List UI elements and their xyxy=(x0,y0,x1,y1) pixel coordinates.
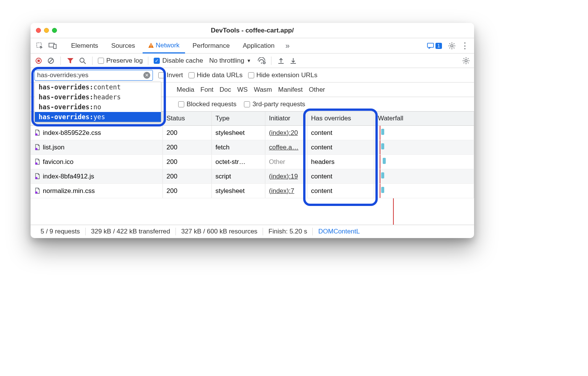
cell-initiator[interactable]: (index):7 xyxy=(265,184,307,198)
cell-waterfall xyxy=(374,126,474,140)
filter-input[interactable] xyxy=(37,71,143,79)
download-har-icon[interactable] xyxy=(289,57,297,65)
search-icon[interactable] xyxy=(78,57,87,65)
tab-label: Sources xyxy=(111,42,135,50)
file-override-icon xyxy=(34,159,41,165)
settings-icon[interactable] xyxy=(447,41,457,51)
status-finish: Finish: 5.20 s xyxy=(263,228,313,235)
autocomplete-option[interactable]: has-overrides:headers xyxy=(35,92,161,102)
cell-type: fetch xyxy=(211,140,265,155)
column-header-waterfall[interactable]: Waterfall xyxy=(374,112,474,126)
cell-initiator[interactable]: (index):20 xyxy=(265,126,307,140)
more-tabs-icon[interactable]: » xyxy=(282,41,293,51)
checkbox-icon xyxy=(98,58,104,64)
kebab-menu-icon[interactable]: ⋮ xyxy=(460,41,470,51)
hide-data-urls-checkbox[interactable]: Hide data URLs xyxy=(188,71,243,79)
console-issues-badge[interactable]: 1 xyxy=(425,43,444,49)
cell-status: 200 xyxy=(162,184,211,198)
tab-label: Elements xyxy=(71,42,98,50)
cell-name: normalize.min.css xyxy=(31,184,162,198)
hide-extension-urls-checkbox[interactable]: Hide extension URLs xyxy=(248,71,318,79)
throttling-select[interactable]: No throttling ▼ xyxy=(207,57,253,65)
filter-toggle-icon[interactable] xyxy=(66,57,75,65)
tab-label: Performance xyxy=(193,42,230,50)
checkbox-icon xyxy=(158,72,164,78)
table-row[interactable]: normalize.min.css200stylesheet(index):7c… xyxy=(31,184,474,198)
tab-performance[interactable]: Performance xyxy=(187,38,235,53)
type-chip[interactable]: Other xyxy=(309,86,325,94)
tab-network[interactable]: Network xyxy=(143,39,185,53)
svg-point-19 xyxy=(35,148,37,150)
clear-filter-icon[interactable]: ✕ xyxy=(143,72,150,79)
upload-har-icon[interactable] xyxy=(277,57,285,65)
cell-has-overrides: headers xyxy=(307,155,374,169)
inspect-element-icon[interactable] xyxy=(34,41,45,51)
preserve-log-checkbox[interactable]: Preserve log xyxy=(98,57,143,65)
network-settings-icon[interactable] xyxy=(462,57,470,65)
clear-button[interactable] xyxy=(47,57,55,65)
third-party-requests-checkbox[interactable]: 3rd-party requests xyxy=(244,100,305,108)
status-bar: 5 / 9 requests 329 kB / 422 kB transferr… xyxy=(31,225,474,238)
type-chip[interactable]: Media xyxy=(177,86,194,94)
cell-name: favicon.ico xyxy=(31,155,162,169)
svg-point-20 xyxy=(35,162,37,165)
throttling-label: No throttling xyxy=(209,57,244,65)
issue-count: 1 xyxy=(435,43,442,49)
table-row[interactable]: index-b859522e.css200stylesheet(index):2… xyxy=(31,126,474,140)
column-header-status[interactable]: Status xyxy=(162,112,211,126)
type-chip[interactable]: Manifest xyxy=(278,86,303,94)
svg-point-18 xyxy=(35,133,37,136)
file-override-icon xyxy=(34,130,41,136)
autocomplete-option[interactable]: has-overrides:content xyxy=(35,82,161,92)
checkbox-icon xyxy=(154,58,160,64)
svg-point-6 xyxy=(451,45,453,47)
cell-name: index-8bfa4912.js xyxy=(31,169,162,184)
autocomplete-option[interactable]: has-overrides:yes xyxy=(35,112,161,122)
cell-has-overrides: content xyxy=(307,184,374,198)
titlebar: DevTools - coffee-cart.app/ xyxy=(31,23,474,38)
disable-cache-checkbox[interactable]: Disable cache xyxy=(154,57,203,65)
table-row[interactable]: favicon.ico200octet-str…Otherheaders xyxy=(31,155,474,169)
record-button[interactable] xyxy=(34,57,43,65)
type-chip[interactable]: Wasm xyxy=(254,86,272,94)
tab-elements[interactable]: Elements xyxy=(66,38,104,53)
cell-waterfall xyxy=(374,155,474,169)
cell-status: 200 xyxy=(162,155,211,169)
tab-label: Application xyxy=(243,42,275,50)
window-title: DevTools - coffee-cart.app/ xyxy=(31,27,474,34)
type-chip[interactable]: Font xyxy=(200,86,213,94)
cell-name: index-b859522e.css xyxy=(31,126,162,140)
svg-rect-5 xyxy=(427,43,434,47)
blocked-requests-checkbox[interactable]: Blocked requests xyxy=(178,100,236,108)
column-header-has-overrides[interactable]: Has overrides xyxy=(307,112,374,126)
file-override-icon xyxy=(34,173,41,179)
checkbox-label: Preserve log xyxy=(106,57,143,65)
cell-initiator[interactable]: coffee.a… xyxy=(265,140,307,155)
device-toolbar-icon[interactable] xyxy=(47,41,58,51)
file-override-icon xyxy=(34,188,41,194)
svg-rect-3 xyxy=(151,44,151,46)
cell-has-overrides: content xyxy=(307,169,374,184)
cell-has-overrides: content xyxy=(307,140,374,155)
network-conditions-icon[interactable] xyxy=(257,57,266,65)
tab-label: Network xyxy=(156,42,179,49)
table-row[interactable]: list.json200fetchcoffee.a…content xyxy=(31,140,474,155)
checkbox-label: 3rd-party requests xyxy=(252,100,305,108)
cell-initiator[interactable]: (index):19 xyxy=(265,169,307,184)
table-row[interactable]: index-8bfa4912.js200script(index):19cont… xyxy=(31,169,474,184)
panel-tabstrip: Elements Sources Network Performance App… xyxy=(31,38,474,53)
svg-point-11 xyxy=(80,58,84,62)
tab-application[interactable]: Application xyxy=(237,38,280,53)
table-empty-space xyxy=(31,198,474,225)
invert-checkbox[interactable]: Invert xyxy=(158,71,183,79)
autocomplete-option[interactable]: has-overrides:no xyxy=(35,102,161,112)
network-table-container: Name Status Type Initiator Has overrides… xyxy=(31,112,474,225)
type-chip[interactable]: WS xyxy=(237,86,248,94)
svg-point-17 xyxy=(465,60,467,62)
column-header-type[interactable]: Type xyxy=(211,112,265,126)
tab-sources[interactable]: Sources xyxy=(106,38,140,53)
type-chip[interactable]: Doc xyxy=(219,86,231,94)
checkbox-icon xyxy=(178,101,184,107)
status-resources: 327 kB / 600 kB resources xyxy=(176,228,263,235)
column-header-initiator[interactable]: Initiator xyxy=(265,112,307,126)
